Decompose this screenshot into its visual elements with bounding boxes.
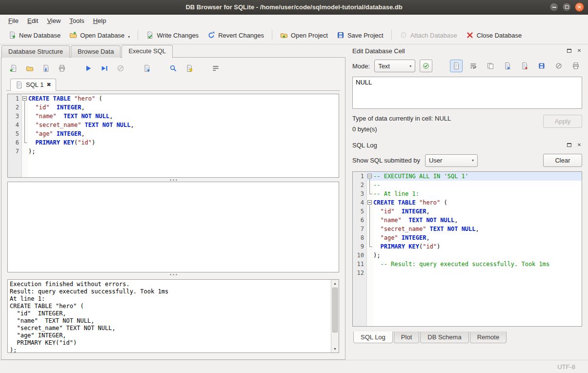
close-dock-icon[interactable]: ✕ bbox=[576, 48, 582, 54]
copy-cell-button[interactable] bbox=[484, 60, 497, 72]
set-null-button[interactable] bbox=[552, 60, 565, 72]
fold-margin[interactable] bbox=[366, 242, 373, 251]
code-line: 6 "name" TEXT NOT NULL, bbox=[353, 216, 582, 225]
toolbar-separator bbox=[138, 30, 138, 41]
tab-browse-data[interactable]: Browse Data bbox=[71, 45, 121, 58]
menu-file[interactable]: File bbox=[4, 16, 23, 26]
attach-database-button[interactable]: Attach Database bbox=[395, 28, 462, 42]
mode-combo[interactable]: Text ▾ bbox=[374, 60, 415, 72]
splitter-editor-results[interactable] bbox=[6, 178, 340, 182]
export-cell-button[interactable] bbox=[518, 60, 531, 72]
word-wrap-icon bbox=[212, 64, 220, 72]
fold-margin[interactable] bbox=[366, 216, 373, 225]
code-text: "name" TEXT NOT NULL, bbox=[373, 216, 582, 225]
float-dock-icon[interactable] bbox=[566, 142, 572, 148]
close-database-button[interactable]: Close Database bbox=[462, 28, 527, 42]
dock-tab-sql-log[interactable]: SQL Log bbox=[353, 332, 393, 343]
minimize-icon bbox=[552, 7, 556, 8]
sql-editor[interactable]: 1CREATE TABLE "hero" (2 "id" INTEGER,3 "… bbox=[7, 94, 339, 178]
menu-help[interactable]: Help bbox=[89, 16, 111, 26]
new-sql-tab-button[interactable] bbox=[7, 62, 20, 75]
menu-edit[interactable]: Edit bbox=[23, 16, 42, 26]
fold-margin[interactable] bbox=[366, 189, 373, 198]
sql-log-view[interactable]: 1-- EXECUTING ALL IN 'SQL 1'2--3-- At li… bbox=[352, 171, 582, 327]
code-text: "name" TEXT NOT NULL, bbox=[28, 112, 339, 121]
submitter-combo[interactable]: User ▾ bbox=[425, 154, 478, 167]
close-button[interactable]: ✕ bbox=[575, 2, 584, 12]
execute-line-button[interactable] bbox=[98, 62, 111, 75]
fold-margin[interactable] bbox=[366, 198, 373, 207]
open-database-button[interactable]: Open Database▾ bbox=[65, 28, 134, 42]
revert-changes-button[interactable]: Revert Changes bbox=[203, 28, 268, 42]
apply-button[interactable]: Apply bbox=[543, 115, 582, 128]
code-text: "secret_name" TEXT NOT NULL, bbox=[28, 121, 339, 129]
open-sql-file-button[interactable] bbox=[23, 62, 36, 75]
fold-margin[interactable] bbox=[21, 129, 28, 138]
execute-all-button[interactable] bbox=[82, 62, 95, 75]
dock-tab-db-schema[interactable]: DB Schema bbox=[420, 332, 468, 343]
find-replace-button[interactable] bbox=[167, 62, 180, 75]
fold-margin[interactable] bbox=[21, 121, 28, 129]
new-database-button[interactable]: New Database bbox=[4, 28, 65, 42]
fold-margin[interactable] bbox=[366, 225, 373, 233]
menu-tools[interactable]: Tools bbox=[65, 16, 88, 26]
wrap-lines-button[interactable] bbox=[467, 60, 480, 72]
auto-mode-button[interactable] bbox=[420, 60, 432, 72]
auto-completion-button[interactable] bbox=[183, 62, 196, 75]
fold-margin[interactable] bbox=[21, 103, 28, 112]
code-line: 12 bbox=[353, 269, 582, 277]
open-project-button[interactable]: Open Project bbox=[276, 28, 332, 42]
print-cell-button[interactable] bbox=[569, 60, 582, 72]
fold-margin[interactable] bbox=[366, 251, 373, 260]
copy-cell-icon bbox=[487, 62, 494, 70]
tab-database-structure[interactable]: Database Structure bbox=[1, 45, 70, 58]
results-grid[interactable] bbox=[7, 182, 339, 272]
chevron-down-icon: ▾ bbox=[466, 158, 474, 163]
write-changes-button[interactable]: Write Changes bbox=[142, 28, 203, 42]
clear-button[interactable]: Clear bbox=[543, 154, 582, 167]
minimize-button[interactable] bbox=[549, 2, 559, 12]
save-sql-file-button[interactable] bbox=[40, 62, 52, 75]
menu-view[interactable]: View bbox=[42, 16, 65, 26]
dock-tab-plot[interactable]: Plot bbox=[394, 332, 419, 343]
save-results-icon bbox=[143, 64, 151, 72]
maximize-button[interactable] bbox=[562, 2, 571, 12]
stop-button[interactable] bbox=[114, 62, 127, 75]
import-cell-button[interactable] bbox=[501, 60, 514, 72]
vertical-scrollbar[interactable]: ▲ ▼ bbox=[331, 280, 339, 352]
print-button[interactable] bbox=[56, 62, 68, 75]
close-dock-icon[interactable]: ✕ bbox=[576, 142, 582, 148]
execution-log-text[interactable]: Execution finished without errors. Resul… bbox=[8, 280, 330, 352]
sql-tab-label: SQL 1 bbox=[26, 81, 43, 88]
cell-editor[interactable]: NULL bbox=[352, 77, 582, 109]
fold-margin[interactable] bbox=[21, 94, 28, 103]
tab-close-icon[interactable]: ✖ bbox=[46, 82, 51, 87]
scroll-up-icon[interactable]: ▲ bbox=[331, 280, 339, 287]
fold-margin[interactable] bbox=[366, 207, 373, 216]
word-wrap-button[interactable] bbox=[209, 62, 222, 75]
save-results-button[interactable] bbox=[141, 62, 153, 75]
text-view-button[interactable] bbox=[450, 60, 463, 72]
tab-execute-sql[interactable]: Execute SQL bbox=[122, 45, 173, 58]
fold-margin[interactable] bbox=[21, 147, 28, 156]
scroll-thumb[interactable] bbox=[332, 288, 338, 332]
dock-tab-remote[interactable]: Remote bbox=[470, 332, 507, 343]
fold-margin[interactable] bbox=[366, 260, 373, 269]
save-cell-button[interactable] bbox=[535, 60, 548, 72]
fold-margin[interactable] bbox=[366, 233, 373, 242]
fold-margin[interactable] bbox=[366, 172, 373, 181]
save-project-button[interactable]: Save Project bbox=[332, 28, 388, 42]
fold-margin[interactable] bbox=[21, 138, 28, 147]
scroll-down-icon[interactable]: ▼ bbox=[331, 345, 339, 352]
sql-document-tab[interactable]: SQL 1 ✖ bbox=[10, 79, 56, 91]
float-dock-icon[interactable] bbox=[566, 48, 572, 54]
code-line: 8 "age" INTEGER, bbox=[353, 233, 582, 242]
code-text: CREATE TABLE "hero" ( bbox=[373, 198, 582, 207]
sql-log-filter-row: Show SQL submitted by User ▾ Clear bbox=[352, 154, 582, 167]
line-number: 7 bbox=[8, 147, 21, 156]
splitter-results-log[interactable] bbox=[6, 272, 340, 276]
fold-margin[interactable] bbox=[366, 269, 373, 277]
attach-database-label: Attach Database bbox=[410, 32, 457, 39]
fold-margin[interactable] bbox=[366, 181, 373, 189]
fold-margin[interactable] bbox=[21, 112, 28, 121]
